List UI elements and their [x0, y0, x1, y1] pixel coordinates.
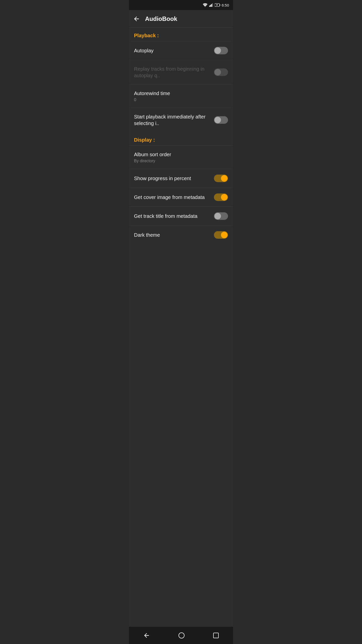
back-arrow-icon	[133, 15, 140, 22]
album-sort-order-item[interactable]: Album sort order By directory	[129, 145, 233, 169]
app-title: AudioBook	[145, 15, 177, 22]
battery-icon	[215, 3, 220, 7]
autoplay-toggle-thumb	[214, 47, 221, 54]
autorewind-value: 0	[134, 98, 224, 102]
track-title-toggle-thumb	[214, 213, 221, 219]
svg-rect-6	[220, 4, 220, 6]
track-title-title: Get track title from metadata	[134, 213, 210, 219]
signal-icon	[209, 3, 213, 7]
cover-image-item[interactable]: Get cover image from metadata	[129, 188, 233, 207]
start-playback-toggle-thumb	[214, 117, 221, 123]
replay-tracks-toggle[interactable]	[214, 68, 228, 76]
show-progress-title: Show progress in percent	[134, 175, 210, 182]
status-time: 6:50	[222, 3, 229, 7]
nav-recents-icon	[213, 632, 219, 638]
show-progress-toggle[interactable]	[214, 175, 228, 182]
album-sort-value: By directory	[134, 159, 224, 163]
dark-theme-title: Dark theme	[134, 232, 210, 238]
replay-tracks-toggle-thumb	[214, 69, 221, 75]
status-icons: 6:50	[203, 3, 229, 7]
svg-point-0	[205, 6, 205, 7]
svg-rect-8	[213, 633, 218, 638]
start-playback-toggle[interactable]	[214, 116, 228, 124]
svg-rect-1	[209, 6, 210, 7]
nav-home-button[interactable]	[171, 630, 192, 641]
replay-tracks-title: Replay tracks from beginning in autoplay…	[134, 66, 210, 79]
playback-section-header: Playback :	[129, 28, 233, 41]
svg-rect-2	[210, 5, 211, 7]
bottom-nav	[129, 626, 233, 644]
start-playback-item[interactable]: Start playback immediately after selecti…	[129, 108, 233, 132]
autorewind-title: Autorewind time	[134, 90, 224, 97]
autorewind-item[interactable]: Autorewind time 0	[129, 84, 233, 108]
show-progress-item[interactable]: Show progress in percent	[129, 169, 233, 188]
status-bar: 6:50	[129, 0, 233, 10]
wifi-icon	[203, 3, 208, 7]
show-progress-toggle-thumb	[221, 175, 228, 182]
svg-rect-4	[212, 3, 213, 7]
nav-home-icon	[178, 632, 185, 638]
autoplay-title: Autoplay	[134, 47, 210, 54]
svg-rect-3	[211, 4, 212, 7]
dark-theme-item[interactable]: Dark theme	[129, 225, 233, 244]
autoplay-item[interactable]: Autoplay	[129, 41, 233, 60]
app-bar: AudioBook	[129, 10, 233, 28]
album-sort-title: Album sort order	[134, 151, 224, 158]
track-title-item[interactable]: Get track title from metadata	[129, 207, 233, 225]
dark-theme-toggle[interactable]	[214, 231, 228, 239]
autoplay-toggle[interactable]	[214, 47, 228, 54]
back-button[interactable]	[133, 15, 140, 22]
replay-tracks-item[interactable]: Replay tracks from beginning in autoplay…	[129, 60, 233, 84]
svg-point-7	[179, 633, 184, 638]
start-playback-title: Start playback immediately after selecti…	[134, 113, 210, 127]
nav-recents-button[interactable]	[205, 630, 227, 641]
settings-content: Playback : Autoplay Replay tracks from b…	[129, 28, 233, 626]
nav-back-icon	[143, 632, 150, 639]
cover-image-toggle-thumb	[221, 194, 228, 200]
nav-back-button[interactable]	[135, 629, 158, 641]
display-section-header: Display :	[129, 132, 233, 145]
dark-theme-toggle-thumb	[221, 232, 228, 238]
cover-image-toggle[interactable]	[214, 193, 228, 201]
track-title-toggle[interactable]	[214, 212, 228, 220]
cover-image-title: Get cover image from metadata	[134, 194, 210, 200]
